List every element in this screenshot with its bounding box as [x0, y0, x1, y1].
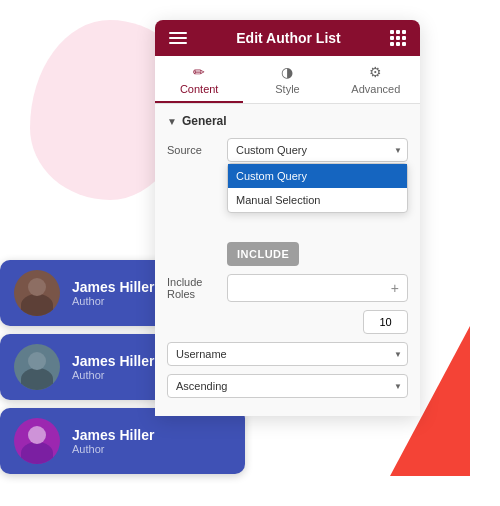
tab-style-label: Style: [275, 83, 299, 95]
author-info-3: James Hiller Author: [72, 427, 155, 455]
source-label: Source: [167, 144, 221, 156]
style-tab-icon: ◑: [281, 64, 293, 80]
sort-dropdown-wrapper: Ascending: [167, 374, 408, 398]
author-name-2: James Hiller: [72, 353, 155, 369]
grid-icon[interactable]: [390, 30, 406, 46]
section-title: General: [182, 114, 227, 128]
orderby-dropdown-wrapper: Username: [167, 342, 408, 366]
tab-advanced[interactable]: ⚙ Advanced: [332, 56, 420, 103]
panel-body: ▼ General Source Custom Query Custom Que…: [155, 104, 420, 416]
panel-header: Edit Author List: [155, 20, 420, 56]
source-row: Source Custom Query Custom Query Manual …: [167, 138, 408, 162]
include-roles-row: Include Roles +: [167, 274, 408, 302]
advanced-tab-icon: ⚙: [369, 64, 382, 80]
orderby-dropdown[interactable]: Username: [167, 342, 408, 366]
author-role-1: Author: [72, 295, 155, 307]
roles-plus-icon[interactable]: +: [391, 281, 399, 295]
number-input[interactable]: [363, 310, 408, 334]
source-option-custom-query[interactable]: Custom Query: [228, 164, 407, 188]
source-dropdown[interactable]: Custom Query: [227, 138, 408, 162]
author-name-1: James Hiller: [72, 279, 155, 295]
avatar-1: [14, 270, 60, 316]
sort-row: Ascending: [167, 374, 408, 398]
source-dropdown-popup: Custom Query Manual Selection: [227, 163, 408, 213]
include-roles-label: Include Roles: [167, 276, 221, 300]
tab-style[interactable]: ◑ Style: [243, 56, 331, 103]
author-card-3: James Hiller Author: [0, 408, 245, 474]
source-dropdown-wrapper: Custom Query Custom Query Manual Selecti…: [227, 138, 408, 162]
include-row: INCLUDE: [167, 242, 408, 266]
tab-content[interactable]: ✏ Content: [155, 56, 243, 103]
include-roles-input[interactable]: +: [227, 274, 408, 302]
tab-bar: ✏ Content ◑ Style ⚙ Advanced: [155, 56, 420, 104]
edit-panel: Edit Author List ✏ Content ◑ Style ⚙ Adv…: [155, 20, 420, 416]
author-info-1: James Hiller Author: [72, 279, 155, 307]
number-row: [167, 310, 408, 334]
hamburger-icon[interactable]: [169, 32, 187, 44]
sort-dropdown[interactable]: Ascending: [167, 374, 408, 398]
tab-advanced-label: Advanced: [351, 83, 400, 95]
avatar-3: [14, 418, 60, 464]
tab-content-label: Content: [180, 83, 219, 95]
orderby-row: Username: [167, 342, 408, 366]
author-name-3: James Hiller: [72, 427, 155, 443]
author-role-2: Author: [72, 369, 155, 381]
avatar-2: [14, 344, 60, 390]
section-header: ▼ General: [167, 114, 408, 128]
include-button[interactable]: INCLUDE: [227, 242, 299, 266]
content-tab-icon: ✏: [193, 64, 205, 80]
author-role-3: Author: [72, 443, 155, 455]
author-info-2: James Hiller Author: [72, 353, 155, 381]
section-arrow-icon: ▼: [167, 116, 177, 127]
panel-title: Edit Author List: [236, 30, 340, 46]
source-option-manual-selection[interactable]: Manual Selection: [228, 188, 407, 212]
